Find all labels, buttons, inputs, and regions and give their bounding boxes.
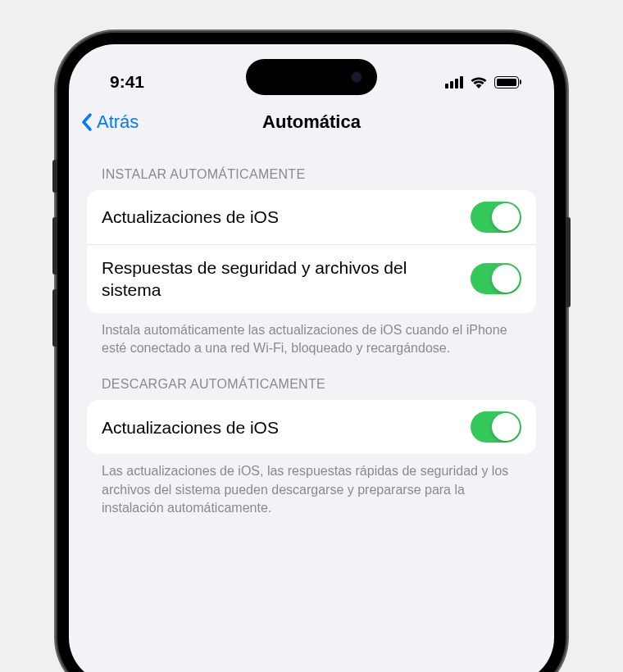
settings-content: INSTALAR AUTOMÁTICAMENTE Actualizaciones… (69, 148, 554, 518)
ios-updates-download-label: Actualizaciones de iOS (102, 416, 289, 438)
phone-frame: 9:41 (57, 33, 566, 672)
power-button (566, 217, 571, 307)
dynamic-island (246, 59, 377, 95)
back-button[interactable]: Atrás (80, 111, 139, 133)
volume-down-button (52, 289, 57, 347)
page-title: Automática (262, 111, 361, 133)
ios-updates-download-toggle[interactable] (471, 411, 521, 443)
toggle-knob (492, 203, 520, 231)
chevron-left-icon (80, 112, 93, 132)
silent-switch (52, 160, 57, 193)
download-section-header: DESCARGAR AUTOMÁTICAMENTE (87, 357, 536, 400)
back-label: Atrás (97, 111, 139, 133)
download-settings-group: Actualizaciones de iOS (87, 400, 536, 454)
phone-side-buttons-left (52, 160, 57, 361)
install-section-header: INSTALAR AUTOMÁTICAMENTE (87, 148, 536, 190)
status-icons (445, 75, 521, 89)
install-section-footer: Instala automáticamente las actualizacio… (87, 313, 536, 358)
wifi-icon (470, 75, 488, 89)
volume-up-button (52, 217, 57, 275)
security-responses-toggle[interactable] (471, 263, 521, 294)
security-responses-row: Respuestas de seguridad y archivos del s… (87, 244, 536, 313)
navigation-bar: Atrás Automática (69, 100, 554, 148)
toggle-knob (492, 413, 520, 441)
ios-updates-install-toggle[interactable] (471, 202, 521, 233)
ios-updates-install-row: Actualizaciones de iOS (87, 190, 536, 244)
security-responses-label: Respuestas de seguridad y archivos del s… (102, 257, 471, 302)
toggle-knob (492, 265, 520, 293)
phone-screen: 9:41 (69, 44, 554, 672)
download-section-footer: Las actualizaciones de iOS, las respuest… (87, 454, 536, 517)
front-camera (351, 71, 362, 83)
ios-updates-install-label: Actualizaciones de iOS (102, 206, 289, 228)
phone-side-buttons-right (566, 217, 571, 307)
battery-icon (494, 76, 521, 89)
cellular-signal-icon (445, 76, 463, 89)
status-time: 9:41 (110, 72, 144, 92)
install-settings-group: Actualizaciones de iOS Respuestas de seg… (87, 190, 536, 313)
image-container: 9:41 (0, 0, 623, 672)
ios-updates-download-row: Actualizaciones de iOS (87, 400, 536, 454)
